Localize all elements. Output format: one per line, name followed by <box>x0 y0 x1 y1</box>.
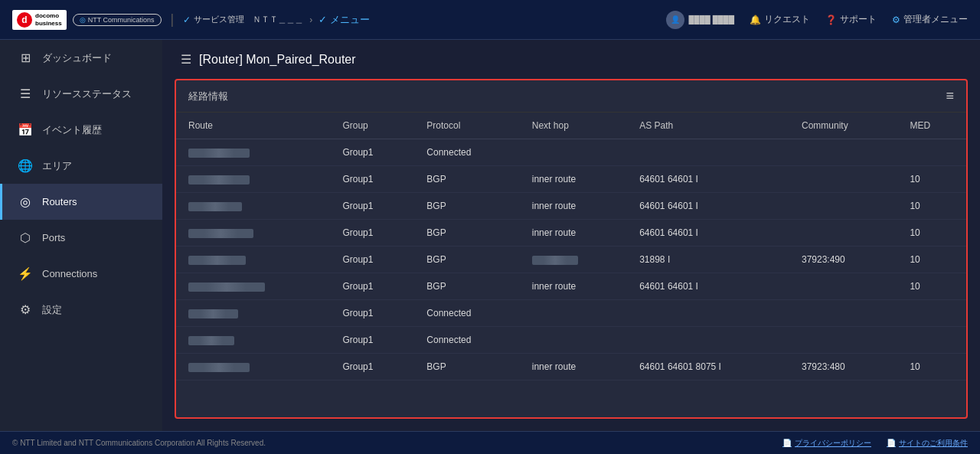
table-row: Group1 BGP inner route 64601 64601 I 10 <box>176 193 966 220</box>
cell-med: 10 <box>897 247 966 273</box>
sidebar-item-connections[interactable]: ⚡ Connections <box>0 256 162 292</box>
table-scroll[interactable]: Route Group Protocol Next hop AS Path Co… <box>176 113 966 417</box>
redacted-ip <box>188 149 250 158</box>
main-layout: ⊞ ダッシュボード ☰ リソースステータス 📅 イベント履歴 🌐 エリア ◎ R… <box>0 40 980 431</box>
support-button[interactable]: ❓ サポート <box>825 13 877 26</box>
topbar: d docomobusiness ◎ NTT Communications | … <box>0 0 980 40</box>
cell-route <box>176 220 330 247</box>
globe-icon: 🌐 <box>18 158 33 173</box>
redacted-ip <box>188 202 242 211</box>
terms-link[interactable]: 📄 サイトのご利用条件 <box>887 438 968 449</box>
page-header: ☰ [Router] Mon_Paired_Router <box>162 40 980 79</box>
cell-group: Group1 <box>330 139 414 166</box>
cell-nexthop: inner route <box>520 220 627 247</box>
bell-icon: 🔔 <box>750 15 761 25</box>
sidebar-label-area: エリア <box>42 159 72 173</box>
cell-group: Group1 <box>330 166 414 193</box>
cell-protocol: BGP <box>414 220 519 247</box>
separator: | <box>171 11 175 28</box>
cell-group: Group1 <box>330 193 414 220</box>
table-row: Group1 Connected <box>176 300 966 327</box>
breadcrumb-item-1[interactable]: ✓ サービス管理 ＮＴＴ＿＿＿ <box>183 14 303 25</box>
cell-protocol: BGP <box>414 247 519 273</box>
logo-ntt: ◎ NTT Communications <box>73 14 162 26</box>
admin-menu-button[interactable]: ⚙ 管理者メニュー <box>892 13 968 26</box>
connections-icon: ⚡ <box>18 266 33 281</box>
redacted-ip <box>188 309 238 318</box>
cell-aspath <box>627 327 789 354</box>
privacy-policy-link[interactable]: 📄 プライバシーポリシー <box>782 438 871 449</box>
port-icon: ⬡ <box>18 230 33 245</box>
terms-icon: 📄 <box>887 439 896 447</box>
cell-nexthop: inner route <box>520 166 627 193</box>
router-icon: ◎ <box>18 194 33 209</box>
footer: © NTT Limited and NTT Communications Cor… <box>0 431 980 454</box>
cell-route <box>176 139 330 166</box>
cell-route <box>176 300 330 327</box>
sidebar-item-event-history[interactable]: 📅 イベント履歴 <box>0 112 162 148</box>
cell-nexthop: inner route <box>520 273 627 300</box>
redacted-ip <box>188 175 250 185</box>
panel-title: 経路情報 <box>188 90 228 103</box>
cell-aspath: 64601 64601 I <box>627 273 789 300</box>
cell-med: 10 <box>897 273 966 300</box>
cell-nexthop <box>520 300 627 327</box>
cell-group: Group1 <box>330 300 414 327</box>
table-body: Group1 Connected Group1 BGP in <box>176 139 966 381</box>
redacted-ip <box>188 229 253 238</box>
cell-aspath <box>627 139 789 166</box>
sidebar-item-routers[interactable]: ◎ Routers <box>0 184 162 220</box>
cell-med: 10 <box>897 166 966 193</box>
cell-community <box>789 327 897 354</box>
cell-protocol: BGP <box>414 193 519 220</box>
logo-docomo: d docomobusiness <box>12 10 67 30</box>
privacy-icon: 📄 <box>782 439 792 447</box>
cell-aspath: 64601 64601 I <box>627 220 789 247</box>
cell-protocol: Connected <box>414 300 519 327</box>
cell-aspath: 64601 64601 I <box>627 193 789 220</box>
cell-community: 37923:480 <box>789 354 897 381</box>
table-row: Group1 BGP 31898 I 37923:490 10 <box>176 247 966 273</box>
cell-nexthop: inner route <box>520 354 627 381</box>
grid-icon: ⊞ <box>18 51 33 65</box>
logo-d-icon: d <box>17 12 32 28</box>
support-label: サポート <box>840 13 877 26</box>
col-community: Community <box>789 113 897 139</box>
sidebar-item-dashboard[interactable]: ⊞ ダッシュボード <box>0 40 162 76</box>
copyright: © NTT Limited and NTT Communications Cor… <box>12 439 266 447</box>
ntt-label: NTT Communications <box>88 16 155 24</box>
panel-menu-icon[interactable]: ≡ <box>946 88 954 104</box>
cell-aspath <box>627 300 789 327</box>
cell-group: Group1 <box>330 220 414 247</box>
cell-route <box>176 193 330 220</box>
cell-community <box>789 193 897 220</box>
sidebar-item-resource-status[interactable]: ☰ リソースステータス <box>0 76 162 112</box>
cell-route <box>176 354 330 381</box>
sidebar-item-ports[interactable]: ⬡ Ports <box>0 220 162 256</box>
hamburger-icon[interactable]: ☰ <box>181 52 191 67</box>
settings-icon: ⚙ <box>18 302 33 317</box>
logo-area: d docomobusiness ◎ NTT Communications <box>12 10 162 30</box>
sidebar-label-event-history: イベント履歴 <box>42 123 102 137</box>
cell-med: 10 <box>897 354 966 381</box>
request-button[interactable]: 🔔 リクエスト <box>750 13 810 26</box>
sidebar-label-settings: 設定 <box>42 303 62 317</box>
sidebar-label-dashboard: ダッシュボード <box>42 51 112 65</box>
cell-med <box>897 327 966 354</box>
cell-nexthop <box>520 327 627 354</box>
privacy-label: プライバシーポリシー <box>795 438 871 449</box>
table-row: Group1 Connected <box>176 139 966 166</box>
cell-protocol: Connected <box>414 327 519 354</box>
table-header: Route Group Protocol Next hop AS Path Co… <box>176 113 966 139</box>
sidebar-item-settings[interactable]: ⚙ 設定 <box>0 292 162 328</box>
cell-aspath: 64601 64601 I <box>627 166 789 193</box>
menu-button[interactable]: ✓ メニュー <box>318 13 370 27</box>
col-protocol: Protocol <box>414 113 519 139</box>
sidebar-item-area[interactable]: 🌐 エリア <box>0 148 162 184</box>
table-row: Group1 Connected <box>176 327 966 354</box>
breadcrumb-label-1: サービス管理 ＮＴＴ＿＿＿ <box>194 14 303 25</box>
cell-med: 10 <box>897 193 966 220</box>
gear-icon: ⚙ <box>892 15 900 25</box>
cell-community <box>789 273 897 300</box>
page-title: [Router] Mon_Paired_Router <box>199 53 356 67</box>
